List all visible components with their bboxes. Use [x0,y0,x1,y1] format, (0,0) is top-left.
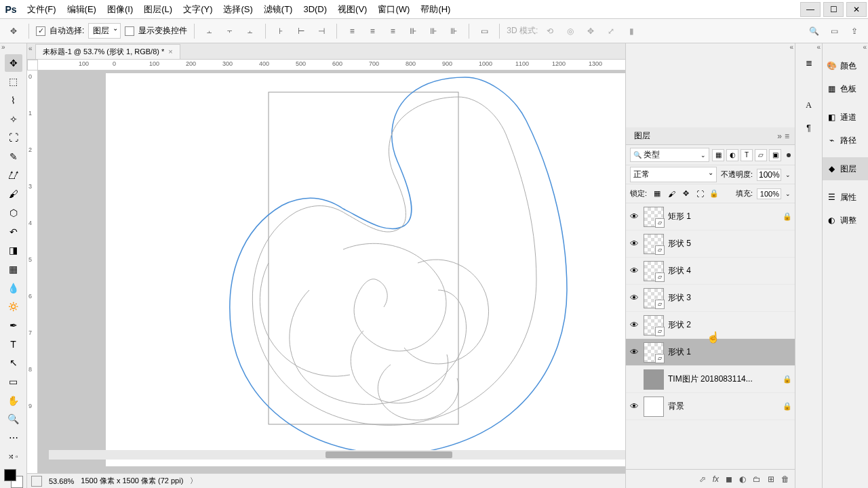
tabbar-collapse-icon[interactable]: « [28,45,33,52]
distribute-6-icon[interactable]: ⊪ [446,23,462,39]
blur-tool[interactable]: 💧 [5,279,22,297]
move-tool[interactable]: ✥ [5,54,22,72]
group-icon[interactable]: 🗀 [753,474,761,484]
lock-paint-icon[interactable]: 🖌 [665,188,677,200]
auto-select-checkbox[interactable] [36,26,45,36]
distribute-5-icon[interactable]: ⊪ [425,23,441,39]
search-icon[interactable]: 🔍 [806,23,822,39]
canvas[interactable] [106,73,625,466]
layer-thumbnail[interactable]: ▱ [644,207,664,227]
magic-wand-tool[interactable]: ✧ [5,110,22,128]
document-tab[interactable]: 未标题-1 @ 53.7% (形状 1, RGB/8) * × [35,44,180,59]
layer-name[interactable]: 形状 5 [668,238,778,249]
delete-layer-icon[interactable]: 🗑 [781,474,789,484]
layer-thumbnail[interactable]: ▱ [644,261,664,281]
marquee-tool[interactable]: ⬚ [5,73,22,91]
swap-colors-icon[interactable]: ⤭ ▫ [5,448,22,466]
ruler-origin[interactable] [27,60,38,70]
scroll-thumb[interactable] [326,451,452,458]
character-panel-icon[interactable]: A [800,96,818,114]
layer-name[interactable]: 背景 [668,401,778,412]
visibility-toggle[interactable]: 👁 [629,320,639,330]
layer-row[interactable]: 👁▱形状 4 [626,258,795,285]
align-bottom-icon[interactable]: ⫠ [242,23,258,39]
spot-heal-tool[interactable]: ⌰ [5,167,22,184]
scrollbar-horizontal[interactable] [49,450,625,460]
align-vcenter-icon[interactable]: ⫟ [222,23,238,39]
layer-row[interactable]: 👁▱形状 2 [626,312,795,339]
menu-image[interactable]: 图像(I) [102,3,138,16]
filter-adjust-icon[interactable]: ◐ [726,149,738,161]
panel-tab-swatches[interactable]: ▦色板 [823,77,868,100]
fill-arrow[interactable]: ⌄ [785,190,791,197]
paragraph-panel-icon[interactable]: ¶ [800,119,818,137]
blend-mode-select[interactable]: 正常 [630,167,717,182]
panel-tab-channels[interactable]: ◧通道 [823,106,868,129]
visibility-toggle[interactable]: 👁 [629,401,639,411]
panel-menu-icon[interactable]: ≡ [785,131,789,141]
eraser-tool[interactable]: ◨ [5,242,22,260]
lock-pos-icon[interactable]: ✥ [679,188,692,200]
layer-row[interactable]: 👁背景🔒 [626,393,795,420]
layer-row[interactable]: 👁▱形状 3 [626,285,795,312]
panel-collapse-icon[interactable]: « [789,43,793,51]
opacity-arrow[interactable]: ⌄ [785,171,791,178]
layers-tab[interactable]: 图层 [631,129,653,143]
menu-file[interactable]: 文件(F) [22,3,62,16]
history-panel-icon[interactable]: ≣ [800,54,818,72]
panel-collapse-button[interactable]: » [777,131,782,141]
lock-trans-icon[interactable]: ▦ [651,188,663,200]
adjustment-icon[interactable]: ◐ [739,474,746,484]
visibility-toggle[interactable]: 👁 [629,239,639,249]
distribute-4-icon[interactable]: ⊪ [405,23,421,39]
zoom-tool[interactable]: 🔍 [5,410,22,428]
type-tool[interactable]: T [5,336,22,353]
panel-tab-adjustments[interactable]: ◐调整 [823,209,868,232]
share-icon[interactable]: ⇪ [846,23,863,39]
menu-help[interactable]: 帮助(H) [415,3,456,16]
fill-input[interactable]: 100% [757,188,781,199]
visibility-toggle[interactable]: 👁 [629,347,639,357]
panel-tab-color[interactable]: 🎨颜色 [823,54,868,77]
maximize-button[interactable]: ☐ [823,2,844,17]
opacity-input[interactable]: 100% [757,169,781,181]
filter-kind-dropdown[interactable]: 🔍 类型 ⌄ [630,148,709,162]
doc-info[interactable]: 1500 像素 x 1500 像素 (72 ppi) [81,476,183,486]
ruler-vertical[interactable]: 0 1 2 3 4 5 6 7 8 9 [27,70,38,473]
lock-artboard-icon[interactable]: ⛶ [694,188,706,200]
filter-pixel-icon[interactable]: ▦ [712,149,724,161]
align-top-icon[interactable]: ⫠ [201,23,218,39]
distribute-3-icon[interactable]: ≡ [384,23,401,39]
layer-name[interactable]: 形状 1 [668,346,778,358]
clone-stamp-tool[interactable]: ⬡ [5,204,22,222]
mini-collapse-icon[interactable]: « [816,43,821,51]
hand-tool[interactable]: ✋ [5,392,22,409]
zoom-level[interactable]: 53.68% [49,477,74,485]
status-icon[interactable] [31,476,42,487]
eyedropper-tool[interactable]: ✎ [5,148,22,165]
menu-window[interactable]: 窗口(W) [372,3,415,16]
brush-tool[interactable]: 🖌 [5,186,22,203]
filter-toggle[interactable] [787,153,791,157]
link-layers-icon[interactable]: ⬀ [699,474,706,484]
dodge-tool[interactable]: 🔅 [5,298,22,316]
show-transform-checkbox[interactable] [125,26,134,36]
path-select-tool[interactable]: ↖ [5,354,22,372]
layer-thumbnail[interactable]: ▱ [644,234,664,254]
layer-thumbnail[interactable] [644,396,664,417]
lasso-tool[interactable]: ⌇ [5,92,22,109]
far-right-collapse-icon[interactable]: « [863,43,867,51]
mask-icon[interactable]: ◼ [726,474,732,484]
panel-tab-paths[interactable]: ⌁路径 [823,129,868,152]
layer-row[interactable]: 👁▱矩形 1🔒 [626,203,795,230]
layer-thumbnail[interactable]: ▱ [644,315,664,336]
layer-row[interactable]: 👁▱形状 1☝ [626,339,795,366]
close-window-button[interactable]: ✕ [846,2,867,17]
layer-thumbnail[interactable]: ▱ [644,288,664,308]
align-left-icon[interactable]: ⊦ [273,23,289,39]
distribute-1-icon[interactable]: ≡ [344,23,360,39]
layer-name[interactable]: 形状 2 [668,319,778,331]
edit-toolbar[interactable]: ⋯ [5,429,22,447]
layer-name[interactable]: 矩形 1 [668,211,778,222]
visibility-toggle[interactable]: 👁 [629,293,639,303]
